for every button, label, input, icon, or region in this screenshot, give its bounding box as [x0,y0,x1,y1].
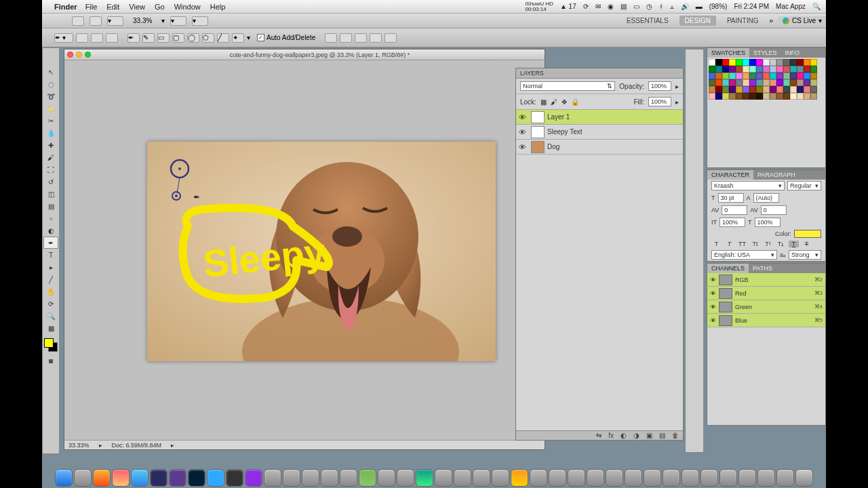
text-color-swatch[interactable] [794,230,821,238]
path-mode-button[interactable] [91,33,103,43]
swatch-grid[interactable] [707,58,825,101]
layer-thumb[interactable] [531,141,545,153]
font-family-select[interactable]: Kraash▾ [711,181,785,190]
swatch-cell[interactable] [743,73,749,79]
swatch-cell[interactable] [722,66,729,73]
dock-app-icon[interactable] [473,469,490,487]
canvas-area[interactable]: Sleepy ✒ [64,60,545,440]
dock-app-icon[interactable] [549,469,566,487]
paragraph-tab[interactable]: PARAGRAPH [753,170,800,180]
styles-tab[interactable]: STYLES [749,48,781,58]
swatch-cell[interactable] [709,59,715,66]
swatch-cell[interactable] [749,73,756,79]
clock-icon[interactable]: ◷ [646,3,652,10]
document-canvas[interactable]: Sleepy ✒ [147,142,496,361]
dock-app-icon[interactable] [302,469,319,487]
gradient-tool-icon[interactable]: ▤ [43,200,58,212]
menubar-icon[interactable]: ◉ [608,3,614,10]
fill-input[interactable]: 100% [648,97,671,106]
swatch-cell[interactable] [729,79,736,86]
swatch-cell[interactable] [810,93,817,100]
dock-app-icon[interactable] [321,469,338,487]
dock-app-icon[interactable] [226,469,243,487]
pen-tool-icon[interactable]: ✒ [43,237,58,249]
rotate-view-tool-icon[interactable]: ⟳ [43,298,58,310]
lock-all-icon[interactable]: 🔒 [571,98,579,106]
fg-color[interactable] [44,338,54,348]
swatch-cell[interactable] [770,79,776,86]
adjustment-icon[interactable]: ◑ [633,432,639,439]
swatch-cell[interactable] [776,79,783,86]
dock-app-icon[interactable] [701,469,718,487]
dock-app-icon[interactable] [568,469,585,487]
dock-app-icon[interactable] [757,469,775,487]
swatch-cell[interactable] [783,86,790,93]
menubar-icon[interactable]: ⟳ [583,3,589,10]
swatch-cell[interactable] [763,79,770,86]
leading-input[interactable]: (Auto) [753,193,779,203]
menu-view[interactable]: View [129,3,145,11]
swatch-cell[interactable] [810,73,817,79]
swatch-cell[interactable] [783,93,790,100]
link-layers-icon[interactable]: ⇆ [596,432,601,439]
swatch-cell[interactable] [776,73,783,79]
volume-icon[interactable]: 🔊 [681,3,689,10]
path-select-tool-icon[interactable]: ▸ [43,261,58,273]
swatch-cell[interactable] [810,86,817,93]
swatch-cell[interactable] [736,79,743,86]
swatch-cell[interactable] [715,93,722,100]
new-layer-icon[interactable]: ▤ [659,432,665,439]
swatch-cell[interactable] [763,59,770,66]
hand-tool-icon[interactable]: ✋ [43,285,58,298]
dock-app-icon[interactable] [530,469,547,487]
swatch-cell[interactable] [770,93,776,100]
dock-app-icon[interactable] [492,469,509,487]
font-size-input[interactable]: 30 pt [718,193,744,203]
workspace-essentials[interactable]: ESSENTIALS [621,16,674,26]
fx-icon[interactable]: fx [608,432,614,439]
swatch-cell[interactable] [709,73,715,79]
bluetooth-icon[interactable]: ᚼ [659,3,663,10]
swatch-cell[interactable] [770,73,776,79]
dock-app-icon[interactable] [397,469,414,487]
swatch-cell[interactable] [797,79,804,86]
swatch-cell[interactable] [790,86,797,93]
screen-mode-button[interactable] [72,16,84,26]
swatch-cell[interactable] [756,66,763,73]
dock-app-icon[interactable] [55,469,73,487]
swatch-cell[interactable] [722,59,729,66]
swatch-cell[interactable] [715,86,722,93]
rect-shape-icon[interactable]: ▭ [157,33,170,43]
swatch-cell[interactable] [709,79,715,86]
wifi-icon[interactable]: ⟁ [670,3,674,10]
dock-app-icon[interactable] [454,469,471,487]
dock-app-icon[interactable] [112,469,130,487]
layer-row[interactable]: 👁 Dog [516,140,683,155]
dock-app-icon[interactable] [663,469,680,487]
type-tool-icon[interactable]: T [43,249,58,261]
hscale-input[interactable]: 100% [755,218,781,227]
dock-app-icon[interactable] [682,469,699,487]
dock-app-icon[interactable] [245,469,262,487]
shape-dropdown-icon[interactable]: ▾ [247,34,250,41]
language-select[interactable]: English: USA▾ [711,250,777,260]
swatch-cell[interactable] [790,79,797,86]
visibility-icon[interactable]: 👁 [710,317,716,324]
swatch-cell[interactable] [783,79,790,86]
swatch-cell[interactable] [749,66,756,73]
swatch-cell[interactable] [722,73,729,79]
path-op-button[interactable] [340,33,352,43]
swatch-cell[interactable] [729,86,736,93]
tracking-input[interactable]: 0 [761,205,787,215]
menubar-icon[interactable]: ✉ [595,3,601,10]
spotlight-icon[interactable]: 🔍 [812,3,821,10]
swatch-cell[interactable] [790,73,797,79]
layers-tab[interactable]: LAYERS [516,68,683,79]
layer-row[interactable]: 👁 Sleepy Text [516,125,683,140]
swatch-cell[interactable] [756,79,763,86]
swatch-cell[interactable] [804,73,810,79]
status-zoom[interactable]: 33.33% [68,442,90,449]
menu-edit[interactable]: Edit [106,3,119,11]
menu-go[interactable]: Go [155,3,165,11]
zoom-tool-icon[interactable]: 🔍 [43,310,58,322]
